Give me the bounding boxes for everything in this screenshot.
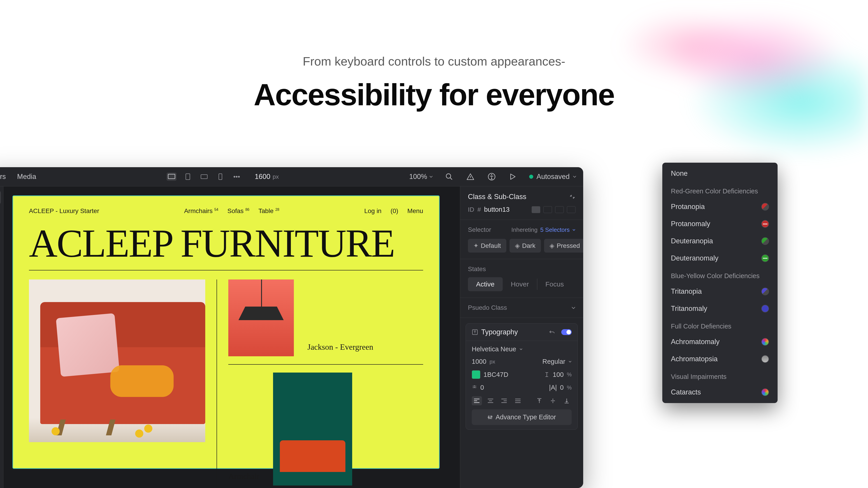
swatch-icon (761, 220, 769, 228)
state-active[interactable]: Active (468, 277, 503, 291)
more-devices-icon[interactable]: ••• (232, 173, 242, 181)
canvas-width[interactable]: 1600 px (255, 173, 279, 181)
chip-default[interactable]: ✦Default (468, 239, 506, 253)
id-label: ID (468, 206, 474, 213)
id-hash: # (477, 206, 481, 213)
text-color[interactable]: 1BC47D (472, 370, 508, 379)
device-tablet-portrait-icon[interactable] (183, 173, 193, 181)
line-height-icon (544, 372, 550, 378)
sliders-icon (487, 415, 493, 420)
nav-armchairs[interactable]: Armchairs 54 (184, 207, 218, 215)
width-unit: px (273, 173, 279, 180)
site-hero-title: ACLEEP FURNITURE (29, 224, 423, 270)
chevron-up-icon[interactable]: ⌃ (0, 209, 1, 216)
swatch-icon (761, 237, 769, 245)
bp-mobile-icon[interactable] (567, 206, 576, 213)
toolbar-tabs: ayers Media (0, 173, 36, 181)
advance-type-button[interactable]: Advance Type Editor (472, 410, 572, 425)
a11y-tritanopia[interactable]: Tritanopia (662, 283, 778, 300)
a11y-none[interactable]: None (662, 165, 778, 182)
accessibility-icon[interactable] (487, 172, 497, 182)
a11y-protanomaly[interactable]: Protanomaly (662, 215, 778, 232)
selector-inheritance[interactable]: Inhereting 5 Selectors (511, 226, 576, 233)
rail-collapse-icon[interactable] (0, 335, 1, 349)
collapse-icon[interactable] (569, 194, 576, 200)
swatch-icon (761, 203, 769, 210)
design-canvas[interactable]: ACLEEP - Luxury Starter Armchairs 54 Sof… (12, 195, 440, 469)
swatch-icon (761, 388, 769, 396)
swatch-icon (761, 338, 769, 346)
valign-top-icon[interactable] (534, 396, 545, 405)
chevron-up-icon[interactable]: ⌃ (0, 476, 1, 482)
letter-spacing-input[interactable]: |A| 0 % (549, 384, 572, 391)
chevron-down-icon (572, 229, 576, 231)
id-value[interactable]: button13 (484, 206, 510, 213)
diamond-icon: ◈ (550, 242, 555, 250)
a11y-cataracts[interactable]: Cataracts (662, 384, 778, 401)
a11y-protanopia[interactable]: Protanopia (662, 198, 778, 215)
paragraph-spacing[interactable]: 0 (472, 384, 484, 391)
login-link[interactable]: Log in (364, 207, 381, 215)
rail-primary[interactable]: ry (0, 191, 1, 204)
valign-middle-icon[interactable] (548, 396, 558, 405)
zoom-dropdown[interactable]: 100% (409, 173, 433, 181)
typography-panel: Typography Helvetica Neue 1000 (466, 323, 578, 430)
chip-pressed[interactable]: ◈Pressed (544, 239, 583, 253)
cart-count[interactable]: (0) (391, 207, 398, 215)
undo-icon[interactable] (549, 329, 555, 335)
search-icon[interactable] (444, 172, 454, 182)
device-tablet-landscape-icon[interactable] (199, 173, 209, 181)
autosave-label: Autosaved (536, 173, 569, 181)
chevron-up-icon[interactable]: ⌃ (0, 306, 1, 313)
hero-subtitle: From keyboard controls to custom appeara… (0, 54, 868, 68)
font-size-input[interactable]: 1000 px (472, 358, 495, 365)
breakpoint-strip[interactable] (532, 206, 576, 213)
a11y-achromatomaly[interactable]: Achromatomaly (662, 333, 778, 350)
align-justify-icon[interactable] (513, 396, 523, 405)
a11y-group-fullcolor: Full Color Defiencies (662, 317, 778, 333)
font-weight-select[interactable]: Regular (542, 358, 572, 365)
rail-block[interactable] (0, 221, 1, 234)
font-family-select[interactable]: Helvetica Neue (472, 346, 523, 353)
align-center-icon[interactable] (486, 396, 496, 405)
state-hover[interactable]: Hover (503, 277, 537, 291)
product-grid: Jackson - Evergreen Armchair (29, 280, 423, 488)
warning-icon[interactable] (465, 172, 475, 182)
a11y-tritanomaly[interactable]: Tritanomaly (662, 300, 778, 317)
chip-dark[interactable]: ◈Dark (509, 239, 541, 253)
rail-show[interactable]: Show (0, 288, 1, 301)
valign-bottom-icon[interactable] (562, 396, 572, 405)
a11y-achromatopsia[interactable]: Achromatopsia (662, 350, 778, 367)
product-row-2: Armchair (228, 372, 423, 488)
chevron-down-icon (573, 175, 577, 178)
typography-toggle[interactable] (561, 329, 572, 335)
nav-table[interactable]: Table 28 (258, 207, 279, 215)
rail-block-label: lock (0, 238, 1, 245)
tab-media[interactable]: Media (17, 173, 36, 181)
a11y-group-redgreen: Red-Green Color Deficiencies (662, 182, 778, 198)
a11y-group-visual: Visual Impairments (662, 367, 778, 384)
swatch-icon (761, 355, 769, 363)
a11y-deuteranopia[interactable]: Deuteranopia (662, 232, 778, 250)
menu-link[interactable]: Menu (407, 207, 423, 215)
chevron-down-icon (429, 175, 433, 178)
rail-layout-icon[interactable] (0, 318, 1, 331)
tab-layers[interactable]: ayers (0, 173, 6, 181)
line-height-input[interactable]: 100 % (544, 371, 572, 379)
autosave-status[interactable]: Autosaved (529, 173, 577, 181)
chevron-down-icon[interactable] (571, 306, 576, 309)
device-mobile-icon[interactable] (215, 173, 225, 181)
state-focus[interactable]: Focus (537, 277, 572, 291)
site-nav: Armchairs 54 Sofas 86 Table 28 (184, 207, 279, 215)
nav-sofas[interactable]: Sofas 86 (227, 207, 249, 215)
product-feature (29, 280, 217, 488)
align-right-icon[interactable] (499, 396, 509, 405)
site-brand: ACLEEP - Luxury Starter (29, 207, 99, 215)
bp-desktop-icon[interactable] (532, 206, 540, 213)
device-desktop-icon[interactable] (166, 173, 177, 181)
bp-tablet-icon[interactable] (544, 206, 552, 213)
align-left-icon[interactable] (472, 396, 482, 405)
play-icon[interactable] (508, 172, 518, 182)
bp-tablet2-icon[interactable] (555, 206, 564, 213)
a11y-deuteranomaly[interactable]: Deuteranomaly (662, 250, 778, 267)
